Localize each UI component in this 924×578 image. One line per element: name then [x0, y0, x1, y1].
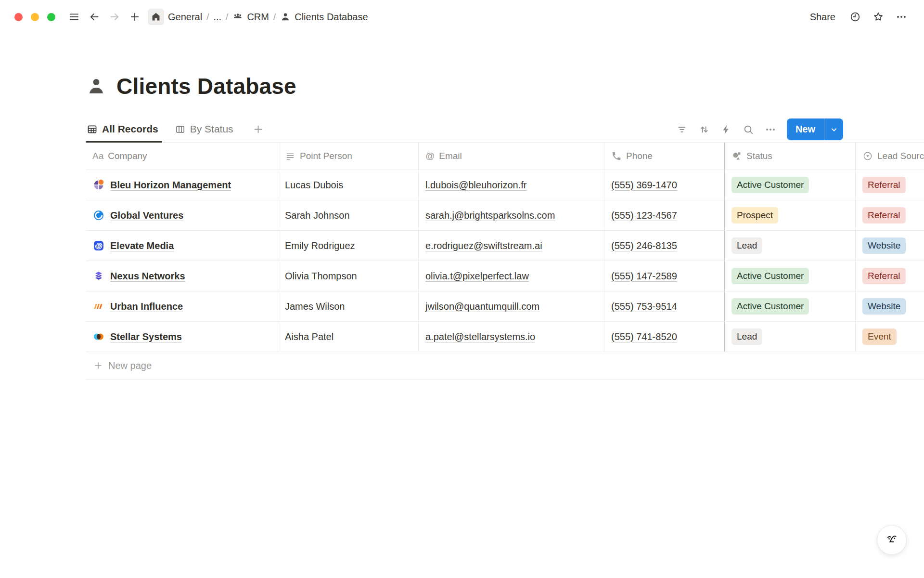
- breadcrumb-item[interactable]: General: [148, 9, 202, 25]
- table-row[interactable]: Bleu Horizon Management Lucas Dubois l.d…: [86, 170, 924, 200]
- favorite-button[interactable]: [870, 9, 886, 25]
- page-title[interactable]: Clients Database: [116, 73, 296, 99]
- status-cell[interactable]: Prospect: [724, 200, 856, 230]
- lightning-icon: [720, 124, 732, 135]
- breadcrumb-item[interactable]: ...: [213, 12, 221, 23]
- phone-cell[interactable]: (555) 741-8520: [604, 322, 724, 352]
- tab-by-status[interactable]: By Status: [174, 116, 240, 143]
- email-cell[interactable]: sarah.j@brightsparksolns.com: [419, 200, 604, 230]
- point-person-cell[interactable]: Lucas Dubois: [278, 170, 419, 200]
- email-cell[interactable]: l.dubois@bleuhorizon.fr: [419, 170, 604, 200]
- sort-button[interactable]: [695, 121, 713, 138]
- back-button[interactable]: [86, 9, 103, 25]
- status-cell[interactable]: Lead: [724, 231, 856, 261]
- company-cell[interactable]: Elevate Media: [86, 231, 278, 261]
- phone-link[interactable]: (555) 123-4567: [611, 210, 677, 221]
- lead-source-cell[interactable]: Referral: [856, 170, 924, 200]
- lead-source-cell[interactable]: Referral: [856, 261, 924, 291]
- close-window-button[interactable]: [14, 13, 23, 21]
- company-link[interactable]: Elevate Media: [110, 240, 174, 251]
- updates-button[interactable]: [847, 9, 863, 25]
- table-row[interactable]: Urban Influence James Wilson jwilson@qua…: [86, 291, 924, 322]
- tab-all-records[interactable]: All Records: [86, 116, 165, 143]
- table-row[interactable]: Stellar Systems Aisha Patel a.patel@stel…: [86, 322, 924, 352]
- breadcrumb-item[interactable]: Clients Database: [280, 12, 368, 23]
- phone-link[interactable]: (555) 753-9514: [611, 301, 677, 312]
- filter-icon: [676, 124, 688, 135]
- company-cell[interactable]: Stellar Systems: [86, 322, 278, 352]
- company-cell[interactable]: Global Ventures: [86, 200, 278, 230]
- lead-source-cell[interactable]: Event: [856, 322, 924, 352]
- add-view-button[interactable]: [249, 116, 268, 143]
- phone-cell[interactable]: (555) 123-4567: [604, 200, 724, 230]
- notion-ai-button[interactable]: [877, 525, 907, 555]
- minimize-window-button[interactable]: [31, 13, 39, 21]
- email-link[interactable]: jwilson@quantumquill.com: [425, 301, 539, 312]
- forward-button[interactable]: [106, 9, 123, 25]
- lead-source-badge: Website: [862, 237, 906, 254]
- company-link[interactable]: Urban Influence: [110, 301, 183, 312]
- point-person-cell[interactable]: Emily Rodriguez: [278, 231, 419, 261]
- phone-link[interactable]: (555) 246-8135: [611, 240, 677, 251]
- email-cell[interactable]: jwilson@quantumquill.com: [419, 291, 604, 321]
- email-cell[interactable]: e.rodriguez@swiftstream.ai: [419, 231, 604, 261]
- point-person-cell[interactable]: Sarah Johnson: [278, 200, 419, 230]
- table-row[interactable]: Nexus Networks Olivia Thompson olivia.t@…: [86, 261, 924, 291]
- status-cell[interactable]: Active Customer: [724, 291, 856, 321]
- column-header-status[interactable]: Status: [724, 143, 856, 170]
- filter-button[interactable]: [673, 121, 691, 138]
- more-options-button[interactable]: [893, 9, 910, 25]
- status-cell[interactable]: Active Customer: [724, 261, 856, 291]
- zoom-window-button[interactable]: [47, 13, 55, 21]
- email-link[interactable]: l.dubois@bleuhorizon.fr: [425, 180, 526, 191]
- company-link[interactable]: Nexus Networks: [110, 271, 185, 282]
- lead-source-cell[interactable]: Referral: [856, 200, 924, 230]
- company-cell[interactable]: Urban Influence: [86, 291, 278, 321]
- email-link[interactable]: sarah.j@brightsparksolns.com: [425, 210, 555, 221]
- view-options-button[interactable]: [762, 121, 779, 138]
- phone-cell[interactable]: (555) 246-8135: [604, 231, 724, 261]
- email-cell[interactable]: olivia.t@pixelperfect.law: [419, 261, 604, 291]
- phone-cell[interactable]: (555) 147-2589: [604, 261, 724, 291]
- lead-source-cell[interactable]: Website: [856, 231, 924, 261]
- point-person-cell[interactable]: James Wilson: [278, 291, 419, 321]
- column-header-company[interactable]: AaCompany: [86, 143, 278, 170]
- column-header-lead-source[interactable]: Lead Source: [856, 143, 924, 170]
- phone-cell[interactable]: (555) 753-9514: [604, 291, 724, 321]
- email-link[interactable]: a.patel@stellarsystems.io: [425, 331, 535, 342]
- email-cell[interactable]: a.patel@stellarsystems.io: [419, 322, 604, 352]
- phone-cell[interactable]: (555) 369-1470: [604, 170, 724, 200]
- phone-link[interactable]: (555) 369-1470: [611, 180, 677, 191]
- phone-link[interactable]: (555) 741-8520: [611, 331, 677, 342]
- new-record-dropdown-button[interactable]: [824, 118, 843, 140]
- company-cell[interactable]: Nexus Networks: [86, 261, 278, 291]
- column-header-phone[interactable]: Phone: [604, 143, 724, 170]
- person-page-icon[interactable]: [86, 76, 107, 97]
- phone-link[interactable]: (555) 147-2589: [611, 271, 677, 282]
- breadcrumb-label: General: [168, 12, 202, 23]
- lead-source-cell[interactable]: Website: [856, 291, 924, 321]
- company-link[interactable]: Global Ventures: [110, 210, 183, 221]
- sidebar-menu-button[interactable]: [66, 9, 82, 25]
- email-link[interactable]: olivia.t@pixelperfect.law: [425, 271, 529, 282]
- email-link[interactable]: e.rodriguez@swiftstream.ai: [425, 240, 542, 251]
- new-record-button[interactable]: New: [787, 118, 824, 140]
- new-tab-button[interactable]: [127, 9, 143, 25]
- status-cell[interactable]: Active Customer: [724, 170, 856, 200]
- point-person-cell[interactable]: Aisha Patel: [278, 322, 419, 352]
- share-button[interactable]: Share: [805, 9, 840, 26]
- point-person-cell[interactable]: Olivia Thompson: [278, 261, 419, 291]
- search-button[interactable]: [740, 121, 757, 138]
- company-cell[interactable]: Bleu Horizon Management: [86, 170, 278, 200]
- column-header-point-person[interactable]: Point Person: [278, 143, 419, 170]
- breadcrumb-item[interactable]: CRM: [232, 12, 269, 23]
- company-link[interactable]: Stellar Systems: [110, 331, 182, 342]
- table-row[interactable]: Global Ventures Sarah Johnson sarah.j@br…: [86, 200, 924, 231]
- table-row[interactable]: Elevate Media Emily Rodriguez e.rodrigue…: [86, 231, 924, 261]
- company-link[interactable]: Bleu Horizon Management: [110, 180, 231, 191]
- new-page-row[interactable]: New page: [86, 352, 924, 380]
- column-header-email[interactable]: @Email: [419, 143, 604, 170]
- status-cell[interactable]: Lead: [724, 322, 856, 352]
- automations-button[interactable]: [718, 121, 735, 138]
- window-topbar: General/.../CRM/Clients Database Share: [0, 0, 924, 34]
